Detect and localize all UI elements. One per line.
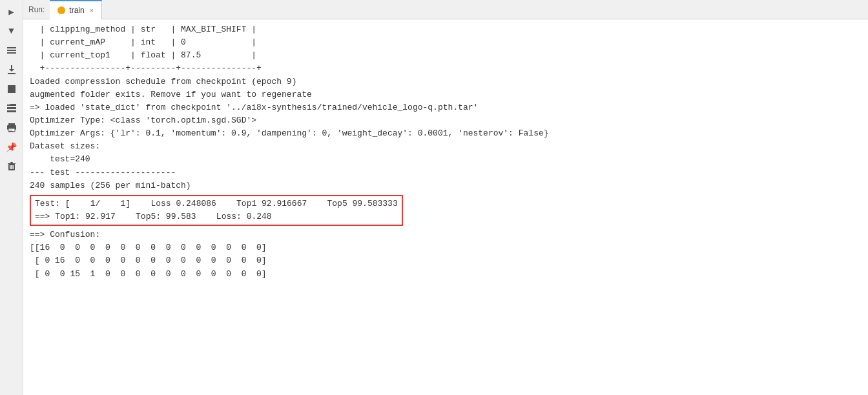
tab-icon <box>57 6 65 14</box>
svg-rect-16 <box>9 131 14 132</box>
download-icon[interactable] <box>3 61 21 79</box>
result-line: ==> Top1: 92.917 Top5: 99.583 Loss: 0.24… <box>35 210 398 223</box>
svg-rect-9 <box>7 110 16 112</box>
highlighted-results-block: Test: [ 1/ 1] Loss 0.248086 Top1 92.9166… <box>30 195 403 226</box>
pin-icon[interactable]: 📌 <box>3 138 21 156</box>
console-line: Optimizer Args: {'lr': 0.1, 'momentum': … <box>30 127 862 140</box>
main-panel: Run: train × | clipping_method | str | M… <box>23 0 868 395</box>
console-line: Optimizer Type: <class 'torch.optim.sgd.… <box>30 114 862 127</box>
result-line: Test: [ 1/ 1] Loss 0.248086 Top1 92.9166… <box>35 198 398 210</box>
print-icon[interactable] <box>3 119 21 137</box>
console-line: [ 0 16 0 0 0 0 0 0 0 0 0 0 0 0 0] <box>30 254 862 267</box>
console-line: --- test -------------------- <box>30 167 862 179</box>
console-line: | clipping_method | str | MAX_BIT_SHIFT … <box>30 23 862 36</box>
svg-rect-8 <box>7 107 16 109</box>
console-line: | current_mAP | int | 0 | <box>30 36 862 49</box>
tab-train[interactable]: train × <box>50 0 102 19</box>
console-line: | current_top1 | float | 87.5 | <box>30 49 862 62</box>
tab-close-button[interactable]: × <box>90 6 94 14</box>
console-line: 240 samples (256 per mini-batch) <box>30 179 862 192</box>
layers-icon[interactable] <box>3 99 21 117</box>
svg-rect-6 <box>8 85 16 93</box>
svg-rect-2 <box>7 52 16 54</box>
down-icon[interactable]: ▼ <box>3 22 21 40</box>
run-icon[interactable]: ▶ <box>3 3 21 21</box>
console-line: augmented folder exits. Remove if you wa… <box>30 88 862 101</box>
svg-rect-17 <box>8 163 16 164</box>
svg-rect-18 <box>10 162 13 163</box>
svg-rect-10 <box>7 105 10 105</box>
tab-label: train <box>69 6 84 15</box>
delete-icon[interactable] <box>3 157 21 176</box>
console-line: [[16 0 0 0 0 0 0 0 0 0 0 0 0 0 0] <box>30 241 862 254</box>
toolbar: ▶ ▼ <box>0 0 23 395</box>
console-line: test=240 <box>30 153 862 166</box>
menu-icon[interactable] <box>3 41 21 59</box>
svg-rect-21 <box>11 165 12 169</box>
console-output: | clipping_method | str | MAX_BIT_SHIFT … <box>23 19 868 395</box>
run-label: Run: <box>23 5 50 14</box>
console-line: [ 0 0 15 1 0 0 0 0 0 0 0 0 0 0 0] <box>30 268 862 281</box>
svg-rect-15 <box>9 130 12 130</box>
console-line: Dataset sizes: <box>30 140 862 153</box>
svg-rect-20 <box>10 165 11 169</box>
console-line: Loaded compression schedule from checkpo… <box>30 76 862 88</box>
console-line: +----------------+---------+------------… <box>30 62 862 75</box>
console-line: => loaded 'state_dict' from checkpoint '… <box>30 101 862 114</box>
tab-bar: Run: train × <box>23 0 868 19</box>
svg-rect-5 <box>8 73 16 74</box>
svg-rect-1 <box>7 50 16 51</box>
svg-rect-22 <box>12 165 14 169</box>
svg-marker-4 <box>9 69 14 72</box>
svg-rect-11 <box>8 123 15 125</box>
console-line: ==> Confusion: <box>30 228 862 241</box>
svg-rect-0 <box>7 47 16 48</box>
stop-icon[interactable] <box>3 80 21 98</box>
